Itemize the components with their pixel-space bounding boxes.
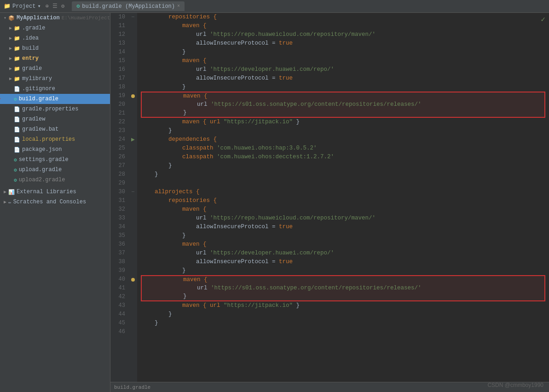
folder-icon: 📁 <box>14 46 20 52</box>
line-number: 33 <box>110 214 125 223</box>
code-line: repositories { <box>141 196 545 205</box>
line-number: 20 <box>110 100 125 109</box>
line-number: 27 <box>110 161 125 170</box>
tab-close-button[interactable]: × <box>177 4 180 9</box>
sidebar-item-settings-gradle[interactable]: ▶ ⚙ settings.gradle <box>0 155 110 165</box>
gradle-icon: ⚙ <box>14 157 17 163</box>
project-label: Project <box>12 3 35 10</box>
code-content[interactable]: repositories { maven { url 'https://repo… <box>137 13 549 382</box>
line-number: 21 <box>110 109 125 118</box>
code-line: } <box>141 109 545 118</box>
file-icon: 📄 <box>14 147 20 153</box>
folder-icon: 📁 <box>14 35 20 41</box>
gutter-item <box>129 65 137 74</box>
code-line: allowInsecureProtocol = true <box>141 39 545 48</box>
gutter-item: ▶ <box>129 135 137 144</box>
code-line: url 'https://developer.huawei.com/repo/' <box>141 249 545 258</box>
file-icon: 📄 <box>14 127 20 133</box>
line-number: 40 <box>110 275 125 284</box>
code-line: } <box>141 83 545 92</box>
line-number: 14 <box>110 48 125 57</box>
sidebar-item-myapp[interactable]: ▾ 📦 MyApplication E:\HuaweiProject <box>0 13 110 23</box>
editor-tab[interactable]: ⚙ build.gradle (MyApplication) × <box>72 1 185 11</box>
code-line: url 'https://s01.oss.sonatype.org/conten… <box>141 284 545 293</box>
sidebar-label-entry: entry <box>22 55 39 62</box>
line-number: 26 <box>110 153 125 161</box>
sidebar-item-build[interactable]: ▶ 📁 build <box>0 43 110 53</box>
editor-area: 1011121314151617181920212223242526272829… <box>110 13 549 392</box>
code-line: maven { <box>141 22 545 30</box>
sidebar-item-idea[interactable]: ▶ 📁 .idea <box>0 33 110 43</box>
line-number: 17 <box>110 74 125 83</box>
line-numbers: 1011121314151617181920212223242526272829… <box>110 13 129 382</box>
expand-icon: ▶ <box>9 56 12 61</box>
line-number: 44 <box>110 310 125 319</box>
sidebar-item-mylibrary[interactable]: ▶ 📁 mylibrary <box>0 74 110 84</box>
line-number: 24 <box>110 135 125 144</box>
sidebar-item-gradlew-bat[interactable]: ▶ 📄 gradlew.bat <box>0 124 110 134</box>
gutter-item <box>129 83 137 92</box>
code-line: classpath 'com.huawei.ohos:decctest:1.2.… <box>141 153 545 161</box>
sidebar-item-local-properties[interactable]: ▶ 📄 local.properties <box>0 134 110 144</box>
sidebar-item-gitignore[interactable]: ▶ 📄 .gitignore <box>0 84 110 94</box>
line-number: 31 <box>110 196 125 205</box>
expand-icon: ▶ <box>9 46 12 51</box>
gutter-item <box>129 319 137 328</box>
sidebar-item-gradlew[interactable]: ▶ 📄 gradlew <box>0 114 110 124</box>
main-layout: ▾ 📦 MyApplication E:\HuaweiProject ▶ 📁 .… <box>0 13 549 392</box>
code-line: } <box>141 310 545 319</box>
sidebar: ▾ 📦 MyApplication E:\HuaweiProject ▶ 📁 .… <box>0 13 110 392</box>
sidebar-label-idea: .idea <box>22 35 39 41</box>
gradle-icon: ⚙ <box>14 177 17 183</box>
gutter-item <box>129 57 137 65</box>
sidebar-label-scratches: Scratches and Consoles <box>13 199 86 205</box>
toolbar-icon-2[interactable]: ☰ <box>52 3 58 10</box>
gutter-item: ─ <box>129 13 137 22</box>
gutter-item <box>129 74 137 83</box>
gutter-item <box>129 144 137 153</box>
toolbar-icon-3[interactable]: ⚙ <box>61 3 64 10</box>
sidebar-item-build-gradle[interactable]: ▶ ⚙ build.gradle <box>0 94 110 104</box>
gutter-item <box>129 118 137 127</box>
gutter-item <box>129 196 137 205</box>
sidebar-item-scratches[interactable]: ▶ ✏ Scratches and Consoles <box>0 197 110 207</box>
gutter-item <box>129 48 137 57</box>
toolbar-icon-1[interactable]: ⊕ <box>46 3 49 10</box>
sidebar-item-gradle-folder[interactable]: ▶ 📁 gradle <box>0 63 110 74</box>
file-icon: 📄 <box>14 137 20 143</box>
code-line: maven { <box>141 205 545 214</box>
sidebar-label-upload-gradle: upload.gradle <box>19 167 62 173</box>
code-line: classpath 'com.huawei.ohos:hap:3.0.5.2' <box>141 144 545 153</box>
sidebar-item-external-libs[interactable]: ▶ 📊 External Libraries <box>0 187 110 197</box>
sidebar-item-upload2-gradle[interactable]: ▶ ⚙ upload2.gradle <box>0 175 110 185</box>
sidebar-label-gitignore: .gitignore <box>22 86 55 92</box>
sidebar-item-gradle[interactable]: ▶ 📁 .gradle <box>0 23 110 33</box>
line-number: 11 <box>110 22 125 30</box>
gutter-item <box>129 30 137 39</box>
gutter-item <box>129 293 137 301</box>
line-number: 45 <box>110 319 125 328</box>
sidebar-label-gradlew: gradlew <box>22 116 45 122</box>
gutter-item <box>129 92 137 100</box>
dropdown-icon: ▾ <box>37 3 40 10</box>
sidebar-label-myapp: MyApplication <box>17 15 60 21</box>
code-line: maven { <box>141 275 545 284</box>
gradle-icon: ⚙ <box>14 96 17 102</box>
sidebar-label-local-properties: local.properties <box>22 136 75 143</box>
gutter-item <box>129 179 137 188</box>
project-menu[interactable]: 📁 Project ▾ ⊕ ☰ ⚙ <box>4 3 64 10</box>
sidebar-item-upload-gradle[interactable]: ▶ ⚙ upload.gradle <box>0 165 110 175</box>
gutter-item <box>129 170 137 179</box>
sidebar-label-build: build <box>22 45 39 52</box>
sidebar-item-gradle-properties[interactable]: ▶ 📄 gradle.properties <box>0 104 110 114</box>
check-mark: ✓ <box>541 15 545 24</box>
sidebar-label-gradle-properties: gradle.properties <box>22 106 78 112</box>
gutter-item <box>129 100 137 109</box>
code-line: maven { url "https://jitpack.io" } <box>141 301 545 310</box>
sidebar-item-package-json[interactable]: ▶ 📄 package.json <box>0 144 110 155</box>
sidebar-item-entry[interactable]: ▶ 📁 entry <box>0 53 110 63</box>
code-line: maven { <box>141 92 545 100</box>
expand-icon: ▶ <box>4 189 6 195</box>
code-editor[interactable]: 1011121314151617181920212223242526272829… <box>110 13 549 382</box>
line-number: 22 <box>110 118 125 127</box>
